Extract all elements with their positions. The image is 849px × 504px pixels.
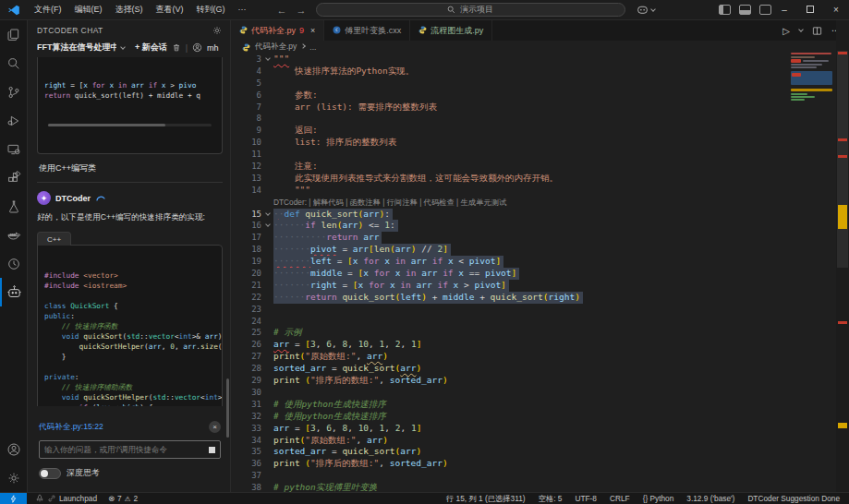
tab-流程图生成.py[interactable]: 流程图生成.py bbox=[410, 20, 492, 41]
status-encoding[interactable]: UTF-8 bbox=[575, 494, 597, 503]
account-icon[interactable] bbox=[0, 435, 28, 463]
new-session-button[interactable]: + 新会话 bbox=[135, 42, 167, 54]
fold-chevron-icon[interactable] bbox=[265, 210, 271, 216]
status-cursor-position[interactable]: 行 15, 列 1 (已选择311) bbox=[446, 494, 526, 504]
minimize-button[interactable]: – bbox=[771, 5, 797, 15]
launchpad-button[interactable]: Launchpad bbox=[35, 494, 97, 503]
menu-item[interactable]: 转到(G) bbox=[190, 5, 232, 14]
code-line-28[interactable]: 28sorted_arr = quick_sort(arr) bbox=[231, 363, 836, 375]
code-line-5[interactable]: 5 bbox=[231, 78, 836, 90]
toggle-panel-icon[interactable] bbox=[739, 5, 751, 15]
restore-button[interactable] bbox=[797, 5, 823, 15]
code-line-3[interactable]: 3""" bbox=[231, 54, 836, 66]
code-line-36[interactable]: 36print ("排序后的数组:", sorted_arr) bbox=[231, 458, 836, 470]
history-icon[interactable] bbox=[0, 249, 28, 278]
status-eol[interactable]: CRLF bbox=[610, 494, 630, 503]
delete-session-icon[interactable] bbox=[172, 42, 181, 53]
code-line-7[interactable]: 7 arr (list): 需要排序的整数列表 bbox=[231, 102, 836, 114]
code-line-37[interactable]: 37 bbox=[231, 470, 836, 482]
code-line-34[interactable]: 34print("原始数组:", arr) bbox=[231, 435, 836, 447]
code-line-32[interactable]: 32# 使用python生成快速排序 bbox=[231, 411, 836, 423]
code-line-20[interactable]: 20·······middle = [x for x in arr if x =… bbox=[231, 268, 836, 280]
minimap[interactable] bbox=[791, 51, 834, 125]
menu-item[interactable]: 查看(V) bbox=[150, 5, 190, 14]
code-line-18[interactable]: 18·······pivot = arr[len(arr) // 2] bbox=[231, 244, 836, 256]
status-dtcoder-status[interactable]: DTCoder Suggestion Done bbox=[747, 494, 840, 503]
tab-傅里叶变换.cxx[interactable]: C傅里叶变换.cxx bbox=[324, 20, 410, 41]
deep-think-toggle[interactable] bbox=[39, 468, 61, 479]
code-line-27[interactable]: 27print("原始数组:", arr) bbox=[231, 351, 836, 363]
code-line-14[interactable]: 14 """ bbox=[231, 185, 836, 197]
split-editor-icon[interactable] bbox=[812, 26, 822, 36]
code-line-33[interactable]: 33arr = [3, 6, 8, 10, 1, 2, 1] bbox=[231, 423, 836, 435]
code-line-4[interactable]: 4 快速排序算法的Python实现。 bbox=[231, 66, 836, 78]
code-line-35[interactable]: 35sorted_arr = quick_sort(arr) bbox=[231, 446, 836, 458]
run-debug-icon[interactable] bbox=[0, 106, 28, 135]
code-line-30[interactable]: 30 bbox=[231, 387, 836, 399]
code-line-26[interactable]: 26arr = [3, 6, 8, 10, 1, 2, 1] bbox=[231, 339, 836, 351]
code-line-15[interactable]: 15··def quick_sort(arr): bbox=[231, 209, 836, 221]
command-center-search[interactable]: 演示项目 bbox=[316, 3, 625, 17]
session-title[interactable]: FFT算法在信号处理中... bbox=[37, 42, 116, 54]
code-line-24[interactable]: 24 bbox=[231, 316, 836, 328]
menu-item[interactable]: 文件(F) bbox=[28, 5, 68, 14]
codelens-row[interactable]: DTCoder: | 解释代码 | 函数注释 | 行间注释 | 代码检查 | 生… bbox=[231, 197, 836, 209]
code-line-8[interactable]: 8 bbox=[231, 113, 836, 125]
run-dropdown-icon[interactable] bbox=[798, 27, 804, 32]
scrollbar-thumb[interactable] bbox=[837, 51, 848, 268]
status-language-mode[interactable]: {} Python bbox=[643, 494, 674, 503]
forward-button[interactable]: → bbox=[297, 5, 307, 16]
tab-close-icon[interactable]: × bbox=[310, 26, 315, 35]
code-line-11[interactable]: 11 bbox=[231, 149, 836, 161]
chat-vertical-scrollbar[interactable] bbox=[226, 378, 229, 438]
breadcrumb-symbol[interactable]: ... bbox=[309, 42, 316, 52]
breadcrumb[interactable]: 代码补全.py ... bbox=[231, 41, 849, 54]
remote-indicator[interactable] bbox=[0, 493, 27, 504]
search-icon[interactable] bbox=[0, 49, 28, 78]
problems-indicator[interactable]: ⊗ 7 ⚠ 2 bbox=[108, 494, 138, 503]
code-line-22[interactable]: 22······return quick_sort(left) + middle… bbox=[231, 292, 836, 304]
dtcoder-chat-icon[interactable] bbox=[0, 278, 28, 306]
toggle-sidebar-icon[interactable] bbox=[719, 5, 731, 15]
codelens-actions[interactable]: DTCoder: | 解释代码 | 函数注释 | 行间注释 | 代码检查 | 生… bbox=[273, 197, 506, 209]
settings-gear-icon[interactable] bbox=[0, 463, 28, 492]
copilot-button[interactable] bbox=[637, 5, 655, 15]
back-button[interactable]: ← bbox=[277, 5, 287, 16]
fold-chevron-icon[interactable] bbox=[265, 222, 271, 228]
stop-send-button[interactable] bbox=[209, 447, 215, 453]
code-line-25[interactable]: 25# 示例 bbox=[231, 327, 836, 339]
run-button[interactable]: ▷ bbox=[782, 26, 790, 36]
breadcrumb-file[interactable]: 代码补全.py bbox=[255, 42, 297, 53]
context-file-chip[interactable]: 代码补全.py:15:22 bbox=[39, 422, 103, 433]
menu-item[interactable]: ··· bbox=[232, 5, 253, 14]
close-button[interactable]: × bbox=[823, 5, 849, 15]
code-line-31[interactable]: 31# 使用python生成快速排序 bbox=[231, 399, 836, 411]
context-close-icon[interactable]: × bbox=[209, 421, 221, 433]
code-line-38[interactable]: 38# python实现傅里叶变换 bbox=[231, 482, 836, 492]
menu-item[interactable]: 编辑(E) bbox=[68, 5, 109, 14]
code-line-16[interactable]: 16······if len(arr) <= 1: bbox=[231, 220, 836, 232]
tab-代码补全.py[interactable]: 代码补全.py9× bbox=[231, 20, 324, 41]
code-language-chip[interactable]: C++ bbox=[37, 232, 71, 246]
editor-scrollbar[interactable] bbox=[836, 20, 849, 492]
source-control-icon[interactable] bbox=[0, 78, 28, 106]
code-line-29[interactable]: 29print ("排序后的数组:", sorted_arr) bbox=[231, 375, 836, 387]
horizontal-scrollbar[interactable] bbox=[48, 124, 212, 126]
extensions-icon[interactable] bbox=[0, 163, 28, 192]
status-indentation[interactable]: 空格: 5 bbox=[539, 494, 563, 504]
explorer-icon[interactable] bbox=[0, 20, 28, 49]
code-line-13[interactable]: 13 此实现使用列表推导式来分割数组，这可能会导致额外的内存开销。 bbox=[231, 173, 836, 185]
code-line-23[interactable]: 23 bbox=[231, 304, 836, 316]
code-line-10[interactable]: 10 list: 排序后的整数列表 bbox=[231, 137, 836, 149]
code-line-6[interactable]: 6 参数: bbox=[231, 90, 836, 102]
code-line-21[interactable]: 21·······right = [x for x in arr if x > … bbox=[231, 280, 836, 292]
code-line-19[interactable]: 19·······left = [x for x in arr if x < p… bbox=[231, 256, 836, 268]
toggle-secondary-sidebar-icon[interactable] bbox=[759, 5, 771, 15]
chat-settings-gear-icon[interactable] bbox=[212, 25, 223, 36]
chat-input[interactable] bbox=[39, 440, 221, 459]
remote-explorer-icon[interactable] bbox=[0, 135, 28, 163]
menu-item[interactable]: 选择(S) bbox=[109, 5, 150, 14]
status-python-interpreter[interactable]: 3.12.9 ('base') bbox=[686, 494, 734, 503]
chevron-down-icon[interactable] bbox=[120, 44, 126, 50]
code-line-17[interactable]: 17··········return arr bbox=[231, 232, 836, 244]
